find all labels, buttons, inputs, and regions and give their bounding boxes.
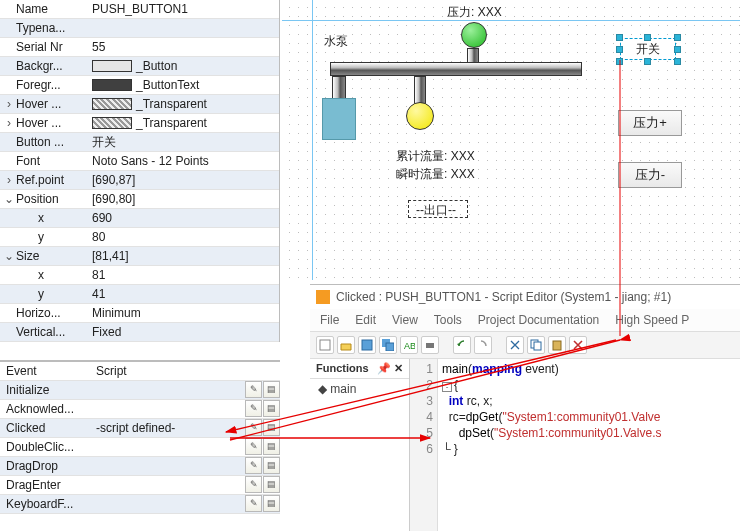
script-icon[interactable]: ▤: [263, 438, 280, 455]
saveall-icon[interactable]: [379, 336, 397, 354]
property-row[interactable]: NamePUSH_BUTTON1: [0, 0, 279, 19]
script-icon[interactable]: ▤: [263, 457, 280, 474]
property-value[interactable]: _Transparent: [88, 97, 279, 111]
menu-hispeed[interactable]: High Speed P: [615, 313, 689, 327]
function-item-main[interactable]: ◆ main: [310, 379, 409, 399]
property-value[interactable]: 开关: [88, 134, 279, 151]
handle[interactable]: [644, 58, 651, 65]
code-editor[interactable]: 1 2 3 4 5 6 main(mapping event) -{ int r…: [410, 359, 740, 531]
script-icon[interactable]: ▤: [263, 381, 280, 398]
expand-icon[interactable]: ⌄: [2, 249, 16, 263]
copy-icon[interactable]: [527, 336, 545, 354]
property-row[interactable]: Typena...: [0, 19, 279, 38]
push-button-switch[interactable]: 开关: [620, 38, 676, 60]
property-row[interactable]: Horizo...Minimum: [0, 304, 279, 323]
event-row[interactable]: Initialize✎▤: [0, 381, 280, 400]
property-row[interactable]: x81: [0, 266, 279, 285]
code-source[interactable]: main(mapping event) -{ int rc, x; rc=dpG…: [438, 359, 665, 531]
property-row[interactable]: x690: [0, 209, 279, 228]
event-row[interactable]: Clicked-script defined-✎▤: [0, 419, 280, 438]
expand-icon[interactable]: ⌄: [2, 192, 16, 206]
property-value[interactable]: PUSH_BUTTON1: [88, 2, 279, 16]
property-value[interactable]: [81,41]: [88, 249, 279, 263]
open-icon[interactable]: [337, 336, 355, 354]
property-value[interactable]: Fixed: [88, 325, 279, 339]
property-value[interactable]: Noto Sans - 12 Points: [88, 154, 279, 168]
property-value[interactable]: Minimum: [88, 306, 279, 320]
property-value[interactable]: _ButtonText: [88, 78, 279, 92]
handle[interactable]: [644, 34, 651, 41]
handle[interactable]: [616, 46, 623, 53]
wizard-icon[interactable]: ✎: [245, 419, 262, 436]
property-row[interactable]: Vertical...Fixed: [0, 323, 279, 342]
menu-edit[interactable]: Edit: [355, 313, 376, 327]
menu-view[interactable]: View: [392, 313, 418, 327]
check-icon[interactable]: ABC: [400, 336, 418, 354]
property-value[interactable]: 690: [88, 211, 279, 225]
new-icon[interactable]: [316, 336, 334, 354]
property-value[interactable]: [690,87]: [88, 173, 279, 187]
expand-icon[interactable]: ›: [2, 116, 16, 130]
undo-icon[interactable]: [453, 336, 471, 354]
wizard-icon[interactable]: ✎: [245, 495, 262, 512]
delete-icon[interactable]: [569, 336, 587, 354]
property-value[interactable]: _Button: [88, 59, 279, 73]
wizard-icon[interactable]: ✎: [245, 400, 262, 417]
wizard-icon[interactable]: ✎: [245, 381, 262, 398]
wizard-icon[interactable]: ✎: [245, 476, 262, 493]
handle[interactable]: [674, 34, 681, 41]
script-icon[interactable]: ▤: [263, 419, 280, 436]
script-icon[interactable]: ▤: [263, 495, 280, 512]
event-row[interactable]: DragEnter✎▤: [0, 476, 280, 495]
event-row[interactable]: KeyboardF...✎▤: [0, 495, 280, 514]
cut-icon[interactable]: [506, 336, 524, 354]
handle[interactable]: [616, 34, 623, 41]
property-row[interactable]: ›Hover ..._Transparent: [0, 95, 279, 114]
property-row[interactable]: ⌄Size[81,41]: [0, 247, 279, 266]
save-icon[interactable]: [358, 336, 376, 354]
pressure-up-button[interactable]: 压力+: [618, 110, 682, 136]
property-value[interactable]: _Transparent: [88, 116, 279, 130]
handle[interactable]: [674, 46, 681, 53]
property-row[interactable]: ›Hover ..._Transparent: [0, 114, 279, 133]
property-row[interactable]: ›Ref.point[690,87]: [0, 171, 279, 190]
handle[interactable]: [616, 58, 623, 65]
menu-file[interactable]: File: [320, 313, 339, 327]
wizard-icon[interactable]: ✎: [245, 457, 262, 474]
property-value[interactable]: 80: [88, 230, 279, 244]
event-row[interactable]: DragDrop✎▤: [0, 457, 280, 476]
property-value[interactable]: [690,80]: [88, 192, 279, 206]
property-row[interactable]: Serial Nr55: [0, 38, 279, 57]
script-icon[interactable]: ▤: [263, 400, 280, 417]
pressure-down-button[interactable]: 压力-: [618, 162, 682, 188]
property-value[interactable]: 55: [88, 40, 279, 54]
expand-icon[interactable]: ›: [2, 173, 16, 187]
property-row[interactable]: ⌄Position[690,80]: [0, 190, 279, 209]
color-swatch[interactable]: [92, 117, 132, 129]
print-icon[interactable]: [421, 336, 439, 354]
menu-projdoc[interactable]: Project Documentation: [478, 313, 599, 327]
property-value[interactable]: 81: [88, 268, 279, 282]
designer-canvas[interactable]: 压力: XXX 水泵 开关 累计流量: XXX 瞬时流量: XXX --出口--…: [282, 0, 740, 280]
wizard-icon[interactable]: ✎: [245, 438, 262, 455]
handle[interactable]: [674, 58, 681, 65]
pin-icon[interactable]: 📌 ✕: [377, 362, 403, 375]
property-row[interactable]: Backgr..._Button: [0, 57, 279, 76]
property-row[interactable]: FontNoto Sans - 12 Points: [0, 152, 279, 171]
event-row[interactable]: DoubleClic...✎▤: [0, 438, 280, 457]
script-icon[interactable]: ▤: [263, 476, 280, 493]
redo-icon[interactable]: [474, 336, 492, 354]
property-row[interactable]: Button ...开关: [0, 133, 279, 152]
property-value[interactable]: 41: [88, 287, 279, 301]
color-swatch[interactable]: [92, 79, 132, 91]
property-row[interactable]: Foregr..._ButtonText: [0, 76, 279, 95]
menu-tools[interactable]: Tools: [434, 313, 462, 327]
event-row[interactable]: Acknowled...✎▤: [0, 400, 280, 419]
color-swatch[interactable]: [92, 98, 132, 110]
color-swatch[interactable]: [92, 60, 132, 72]
events-panel: EventScript Initialize✎▤Acknowled...✎▤Cl…: [0, 360, 280, 514]
property-row[interactable]: y80: [0, 228, 279, 247]
expand-icon[interactable]: ›: [2, 97, 16, 111]
paste-icon[interactable]: [548, 336, 566, 354]
property-row[interactable]: y41: [0, 285, 279, 304]
